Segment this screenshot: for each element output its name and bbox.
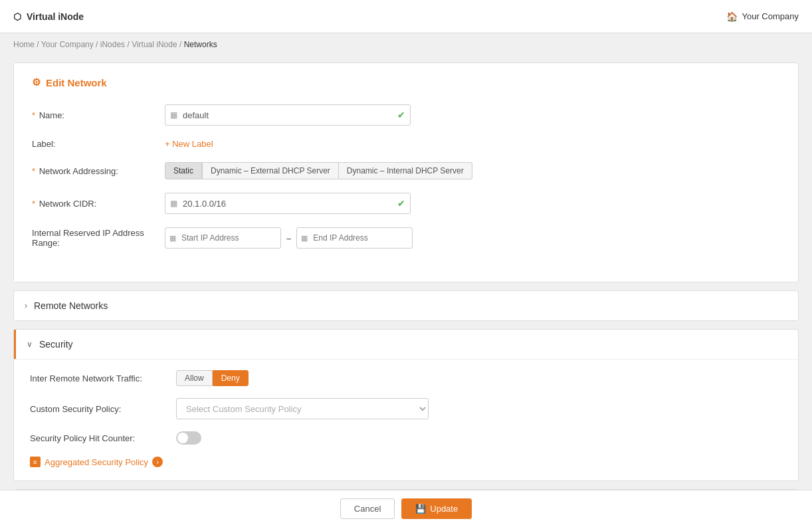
cidr-check-icon: ✔: [397, 198, 405, 209]
toggle-slider: [176, 431, 201, 445]
network-addressing-row: * Network Addressing: Static Dynamic – E…: [32, 162, 782, 179]
edit-network-card: ⚙ Edit Network * Name: ▦ ✔ Label:: [13, 62, 799, 282]
btn-dynamic-internal[interactable]: Dynamic – Internal DHCP Server: [339, 162, 472, 179]
company-name: Your Company: [742, 11, 799, 21]
cancel-button[interactable]: Cancel: [340, 498, 395, 519]
app-title-bar: ⬡ Virtual iNode: [13, 11, 84, 22]
breadcrumb-home[interactable]: Home: [13, 40, 35, 49]
agg-policy-arrow-icon: ›: [152, 457, 163, 467]
network-cidr-label: * Network CIDR:: [32, 199, 165, 209]
traffic-label: Inter Remote Network Traffic:: [30, 373, 176, 383]
new-label-link[interactable]: + New Label: [165, 139, 213, 149]
network-addressing-group: Static Dynamic – External DHCP Server Dy…: [165, 162, 472, 179]
name-input-wrapper: ▦ ✔: [165, 104, 411, 126]
edit-network-icon: ⚙: [32, 76, 41, 88]
breadcrumb-virtual-inode[interactable]: Virtual iNode: [132, 40, 177, 49]
hit-counter-toggle[interactable]: [176, 431, 201, 445]
main-content: ⚙ Edit Network * Name: ▦ ✔ Label:: [0, 56, 812, 527]
agg-policy-link[interactable]: ≡ Aggregated Security Policy ›: [30, 457, 782, 467]
remote-networks-section: › Remote Networks: [13, 290, 799, 321]
security-body: Inter Remote Network Traffic: Allow Deny…: [14, 359, 798, 480]
remote-networks-title: Remote Networks: [34, 300, 108, 311]
ip-range-row: Internal Reserved IP Address Range: ▦ – …: [32, 227, 782, 249]
name-label: * Name:: [32, 110, 165, 120]
name-prefix-icon: ▦: [170, 110, 177, 120]
remote-networks-chevron: ›: [25, 301, 27, 310]
agg-policy-text: Aggregated Security Policy: [45, 457, 148, 467]
network-cidr-input-wrapper: ▦ ✔: [165, 193, 411, 214]
start-ip-input[interactable]: [165, 227, 281, 249]
cidr-prefix-icon: ▦: [170, 199, 177, 208]
edit-network-title: ⚙ Edit Network: [32, 76, 782, 88]
end-ip-wrapper: ▦: [296, 227, 413, 249]
company-selector[interactable]: 🏠 Your Company: [726, 11, 799, 22]
start-ip-wrapper: ▦: [165, 227, 281, 249]
update-label: Update: [430, 504, 458, 514]
ip-range-label: Internal Reserved IP Address Range:: [32, 228, 165, 248]
security-chevron: ∨: [27, 340, 33, 349]
end-ip-icon: ▦: [301, 234, 308, 243]
breadcrumb: Home / Your Company / iNodes / Virtual i…: [0, 33, 812, 56]
custom-policy-label: Custom Security Policy:: [30, 404, 176, 414]
update-icon: 💾: [415, 504, 426, 514]
security-header[interactable]: ∨ Security: [14, 330, 798, 359]
custom-policy-row: Custom Security Policy: Select Custom Se…: [30, 398, 782, 419]
name-input[interactable]: [165, 104, 411, 126]
btn-dynamic-external[interactable]: Dynamic – External DHCP Server: [202, 162, 339, 179]
top-bar: ⬡ Virtual iNode 🏠 Your Company: [0, 0, 812, 33]
security-section: ∨ Security Inter Remote Network Traffic:…: [13, 329, 799, 481]
hit-counter-row: Security Policy Hit Counter:: [30, 431, 782, 445]
network-addressing-label: * Network Addressing:: [32, 166, 165, 176]
breadcrumb-inodes[interactable]: iNodes: [100, 40, 125, 49]
breadcrumb-current: Networks: [184, 40, 217, 49]
label-label: Label:: [32, 139, 165, 149]
home-icon: 🏠: [726, 11, 738, 22]
name-row: * Name: ▦ ✔: [32, 104, 782, 126]
agg-policy-icon: ≡: [30, 457, 41, 467]
btn-static[interactable]: Static: [165, 162, 202, 179]
network-cidr-input[interactable]: [165, 193, 411, 214]
start-ip-icon: ▦: [169, 234, 176, 243]
virtual-inode-icon: ⬡: [13, 11, 21, 22]
update-button[interactable]: 💾 Update: [401, 498, 472, 519]
end-ip-input[interactable]: [296, 227, 413, 249]
hit-counter-label: Security Policy Hit Counter:: [30, 433, 176, 443]
ip-range-dash: –: [286, 233, 291, 243]
security-title: Security: [39, 339, 73, 350]
ip-range-inputs: ▦ – ▦: [165, 227, 413, 249]
breadcrumb-company[interactable]: Your Company: [41, 40, 94, 49]
name-check-icon: ✔: [397, 110, 405, 120]
app-title: Virtual iNode: [27, 11, 84, 22]
custom-policy-select[interactable]: Select Custom Security Policy: [176, 398, 429, 419]
remote-networks-header[interactable]: › Remote Networks: [14, 291, 798, 320]
traffic-row: Inter Remote Network Traffic: Allow Deny: [30, 370, 782, 386]
allow-deny-group: Allow Deny: [176, 370, 249, 386]
label-row: Label: + New Label: [32, 139, 782, 149]
network-cidr-row: * Network CIDR: ▦ ✔: [32, 193, 782, 214]
footer-bar: Cancel 💾 Update: [0, 490, 812, 527]
allow-button[interactable]: Allow: [176, 370, 213, 386]
deny-button[interactable]: Deny: [213, 370, 249, 386]
